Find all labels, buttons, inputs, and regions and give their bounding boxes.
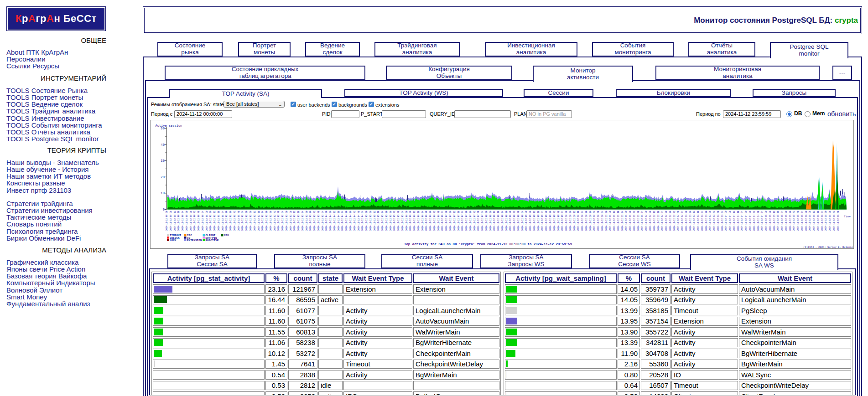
- svg-text:2024-11-12 16:18: 2024-11-12 16:18: [817, 211, 819, 231]
- svg-text:2024-11-12 06:06: 2024-11-12 06:06: [409, 211, 411, 231]
- svg-text:2024-11-12 13:30: 2024-11-12 13:30: [705, 211, 707, 231]
- svg-text:2024-11-12 07:48: 2024-11-12 07:48: [477, 211, 479, 231]
- svg-text:2024-11-12 11:12: 2024-11-12 11:12: [613, 211, 615, 231]
- svg-text:2024-11-12 15:48: 2024-11-12 15:48: [797, 211, 799, 231]
- svg-text:2024-11-12 14:18: 2024-11-12 14:18: [737, 211, 739, 231]
- svg-text:2024-11-12 06:36: 2024-11-12 06:36: [429, 211, 431, 231]
- svg-text:2024-11-12 09:48: 2024-11-12 09:48: [557, 211, 560, 231]
- svg-text:2024-11-12 15:00: 2024-11-12 15:00: [765, 211, 767, 231]
- svg-text:2024-11-12 00:42: 2024-11-12 00:42: [193, 211, 196, 231]
- svg-text:10: 10: [161, 191, 165, 195]
- svg-text:2024-11-12 06:48: 2024-11-12 06:48: [437, 211, 440, 231]
- svg-text:2024-11-12 01:42: 2024-11-12 01:42: [234, 211, 236, 231]
- svg-text:2024-11-12 09:36: 2024-11-12 09:36: [549, 211, 551, 231]
- svg-text:2024-11-12 12:18: 2024-11-12 12:18: [657, 211, 660, 231]
- svg-text:2024-11-12 06:30: 2024-11-12 06:30: [425, 211, 427, 231]
- svg-text:2024-11-12 01:48: 2024-11-12 01:48: [238, 211, 240, 231]
- svg-text:2024-11-12 11:54: 2024-11-12 11:54: [641, 211, 643, 231]
- svg-text:2024-11-12 02:54: 2024-11-12 02:54: [281, 211, 284, 231]
- svg-text:2024-11-12 00:00: 2024-11-12 00:00: [166, 211, 168, 231]
- svg-text:2024-11-12 16:12: 2024-11-12 16:12: [813, 211, 815, 231]
- svg-text:Active session: Active session: [156, 124, 182, 128]
- svg-text:2024-11-12 07:30: 2024-11-12 07:30: [465, 211, 468, 231]
- svg-text:2024-11-12 02:24: 2024-11-12 02:24: [261, 211, 264, 231]
- svg-text:2024-11-12 01:30: 2024-11-12 01:30: [225, 211, 228, 231]
- svg-text:2024-11-12 05:00: 2024-11-12 05:00: [365, 211, 368, 231]
- svg-text:2024-11-12 05:48: 2024-11-12 05:48: [397, 211, 400, 231]
- svg-text:2024-11-12 15:18: 2024-11-12 15:18: [777, 211, 779, 231]
- svg-text:2024-11-12 10:06: 2024-11-12 10:06: [569, 211, 572, 231]
- svg-text:2024-11-12 08:18: 2024-11-12 08:18: [497, 211, 499, 231]
- svg-text:2024-11-12 00:48: 2024-11-12 00:48: [198, 211, 200, 231]
- svg-text:2024-11-12 07:18: 2024-11-12 07:18: [457, 211, 460, 231]
- svg-text:2024-11-12 15:36: 2024-11-12 15:36: [789, 211, 791, 231]
- svg-text:2024-11-12 16:42: 2024-11-12 16:42: [833, 211, 835, 231]
- svg-text:2024-11-12 11:06: 2024-11-12 11:06: [609, 211, 611, 231]
- svg-text:2024-11-12 04:24: 2024-11-12 04:24: [341, 211, 343, 231]
- svg-text:2024-11-12 06:54: 2024-11-12 06:54: [441, 211, 443, 231]
- svg-text:2024-11-12 14:54: 2024-11-12 14:54: [761, 211, 763, 231]
- svg-text:2024-11-12 12:36: 2024-11-12 12:36: [669, 211, 671, 231]
- svg-text:2024-11-12 13:06: 2024-11-12 13:06: [689, 211, 691, 231]
- svg-text:2024-11-12 02:48: 2024-11-12 02:48: [277, 211, 280, 231]
- svg-text:2024-11-12 03:00: 2024-11-12 03:00: [286, 211, 288, 231]
- svg-text:2024-11-12 03:24: 2024-11-12 03:24: [301, 211, 304, 231]
- svg-text:2024-11-12 07:06: 2024-11-12 07:06: [449, 211, 452, 231]
- svg-text:2024-11-12 10:30: 2024-11-12 10:30: [585, 211, 587, 231]
- svg-text:2024-11-12 15:06: 2024-11-12 15:06: [769, 211, 771, 231]
- svg-text:2024-11-12 09:42: 2024-11-12 09:42: [553, 211, 556, 231]
- svg-text:2024-11-12 04:42: 2024-11-12 04:42: [353, 211, 356, 231]
- svg-text:2024-11-12 01:54: 2024-11-12 01:54: [241, 211, 244, 231]
- svg-text:2024-11-12 10:36: 2024-11-12 10:36: [589, 211, 592, 231]
- svg-text:2024-11-12 11:18: 2024-11-12 11:18: [617, 211, 619, 231]
- svg-text:2024-11-12 01:00: 2024-11-12 01:00: [206, 211, 208, 231]
- svg-text:2024-11-12 15:54: 2024-11-12 15:54: [801, 211, 803, 231]
- svg-text:2024-11-12 03:48: 2024-11-12 03:48: [317, 211, 320, 231]
- svg-text:2024-11-12 03:12: 2024-11-12 03:12: [293, 211, 296, 231]
- svg-text:2024-11-12 12:54: 2024-11-12 12:54: [681, 211, 683, 231]
- svg-text:2024-11-12 09:12: 2024-11-12 09:12: [533, 211, 535, 231]
- svg-text:2024-11-12 07:36: 2024-11-12 07:36: [469, 211, 472, 231]
- svg-text:2024-11-12 12:24: 2024-11-12 12:24: [661, 211, 663, 231]
- svg-text:2024-11-12 00:24: 2024-11-12 00:24: [182, 211, 184, 231]
- svg-text:2024-11-12 08:00: 2024-11-12 08:00: [485, 211, 488, 231]
- svg-text:2024-11-12 04:36: 2024-11-12 04:36: [349, 211, 352, 231]
- svg-text:2024-11-12 01:24: 2024-11-12 01:24: [222, 211, 224, 231]
- svg-text:2024-11-12 08:24: 2024-11-12 08:24: [501, 211, 504, 231]
- svg-text:2024-11-12 09:06: 2024-11-12 09:06: [529, 211, 531, 231]
- svg-text:2024-11-12 06:18: 2024-11-12 06:18: [417, 211, 420, 231]
- svg-text:EXTENSION: EXTENSION: [187, 239, 202, 242]
- svg-text:2024-11-12 06:00: 2024-11-12 06:00: [405, 211, 408, 231]
- svg-text:40: 40: [161, 143, 165, 147]
- svg-text:Top activity for SAH on DB ’cr: Top activity for SAH on DB ’crypta’ from…: [404, 242, 572, 246]
- svg-text:2024-11-12 16:48: 2024-11-12 16:48: [837, 211, 839, 231]
- svg-text:2024-11-12 02:30: 2024-11-12 02:30: [265, 211, 268, 231]
- svg-text:2024-11-12 04:00: 2024-11-12 04:00: [325, 211, 327, 231]
- svg-text:2024-11-12 13:48: 2024-11-12 13:48: [717, 211, 719, 231]
- svg-text:2024-11-12 13:18: 2024-11-12 13:18: [697, 211, 699, 231]
- svg-text:2024-11-12 03:36: 2024-11-12 03:36: [309, 211, 312, 231]
- svg-text:2024-11-12 00:54: 2024-11-12 00:54: [202, 211, 204, 231]
- svg-text:2024-11-12 08:54: 2024-11-12 08:54: [521, 211, 524, 231]
- svg-text:2024-11-12 15:12: 2024-11-12 15:12: [773, 211, 775, 231]
- svg-text:0: 0: [163, 208, 165, 211]
- svg-text:2024-11-12 05:12: 2024-11-12 05:12: [374, 211, 376, 231]
- svg-text:2024-11-12 05:54: 2024-11-12 05:54: [401, 211, 404, 231]
- svg-text:2024-11-12 08:36: 2024-11-12 08:36: [509, 211, 511, 231]
- svg-text:2024-11-12 14:48: 2024-11-12 14:48: [757, 211, 759, 231]
- svg-text:2024-11-12 08:42: 2024-11-12 08:42: [513, 211, 515, 231]
- svg-text:2024-11-12 11:30: 2024-11-12 11:30: [625, 211, 627, 231]
- svg-text:2024-11-12 05:42: 2024-11-12 05:42: [393, 211, 395, 231]
- svg-text:20: 20: [161, 175, 165, 179]
- svg-text:2024-11-12 03:30: 2024-11-12 03:30: [306, 211, 308, 231]
- svg-text:2024-11-12 08:48: 2024-11-12 08:48: [517, 211, 520, 231]
- svg-text:2024-11-12 09:30: 2024-11-12 09:30: [545, 211, 547, 231]
- svg-text:2024-11-12 10:12: 2024-11-12 10:12: [573, 211, 576, 231]
- svg-text:2024-11-12 06:42: 2024-11-12 06:42: [433, 211, 436, 231]
- svg-text:2024-11-12 12:12: 2024-11-12 12:12: [653, 211, 655, 231]
- svg-text:2024-11-12 04:06: 2024-11-12 04:06: [329, 211, 332, 231]
- svg-text:2024-11-12 12:00: 2024-11-12 12:00: [645, 211, 647, 231]
- svg-text:2024-11-12 11:00: 2024-11-12 11:00: [605, 211, 608, 231]
- svg-text:2024-11-12 00:06: 2024-11-12 00:06: [170, 211, 172, 231]
- svg-text:2024-11-12 09:00: 2024-11-12 09:00: [525, 211, 527, 231]
